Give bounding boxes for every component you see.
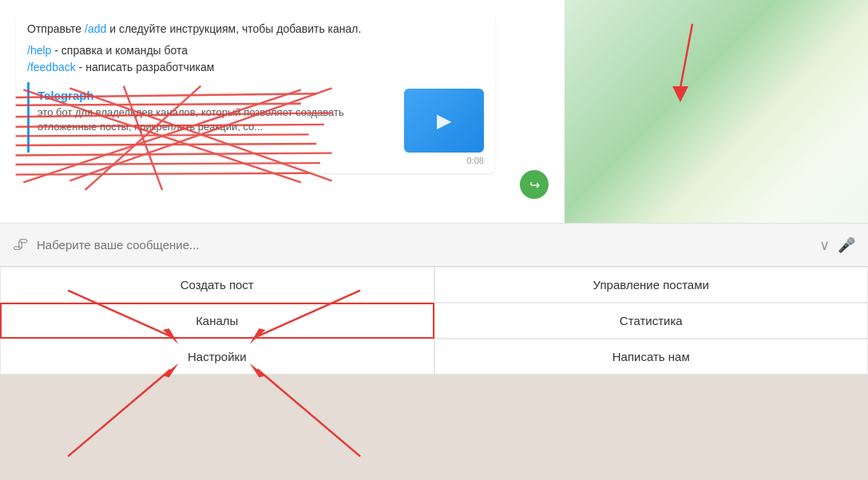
- message-input[interactable]: [37, 238, 811, 252]
- telegraph-desc: это бот для владельдев каналов, который …: [38, 105, 396, 134]
- buttons-container: Создать пост Управление постами Каналы С…: [0, 267, 868, 480]
- message-text-2: /help - справка и команды бота /feedback…: [27, 42, 484, 76]
- manage-posts-button[interactable]: Управление постами: [434, 267, 869, 303]
- message-time: 0:08: [27, 156, 484, 165]
- message-text-1: Отправьте /add и следуйте инструкциям, ч…: [27, 21, 484, 38]
- add-link[interactable]: /add: [85, 22, 106, 35]
- chat-area: Отправьте /add и следуйте инструкциям, ч…: [0, 0, 868, 224]
- forward-button[interactable]: ↪: [520, 170, 549, 199]
- settings-button[interactable]: Настройки: [0, 339, 434, 375]
- input-actions: ∨ 🎤: [819, 236, 855, 254]
- svg-line-15: [680, 24, 692, 88]
- chevron-down-icon[interactable]: ∨: [819, 236, 830, 254]
- microphone-icon[interactable]: 🎤: [838, 236, 855, 254]
- telegraph-section: Telegraph это бот для владельдев каналов…: [27, 82, 484, 153]
- create-post-button[interactable]: Создать пост: [0, 267, 434, 303]
- contact-us-button[interactable]: Написать нам: [434, 339, 869, 375]
- chat-content: Отправьте /add и следуйте инструкциям, ч…: [16, 13, 852, 173]
- telegraph-info: Telegraph это бот для владельдев каналов…: [38, 89, 396, 134]
- input-area: 🖇 ∨ 🎤: [0, 224, 868, 267]
- message-block: Отправьте /add и следуйте инструкциям, ч…: [16, 13, 495, 173]
- telegraph-thumbnail[interactable]: [404, 89, 484, 153]
- svg-line-21: [68, 370, 171, 457]
- channels-button[interactable]: Каналы: [0, 303, 434, 339]
- feedback-link[interactable]: /feedback: [27, 61, 76, 73]
- annotation-arrow-down: [644, 16, 708, 112]
- bot-buttons-grid: Создать пост Управление постами Каналы С…: [0, 267, 868, 375]
- help-link[interactable]: /help: [27, 44, 51, 57]
- statistics-button[interactable]: Статистика: [434, 303, 869, 339]
- attach-icon[interactable]: 🖇: [13, 236, 29, 254]
- svg-marker-16: [672, 86, 688, 102]
- svg-line-23: [257, 370, 360, 457]
- telegraph-title: Telegraph: [38, 89, 396, 102]
